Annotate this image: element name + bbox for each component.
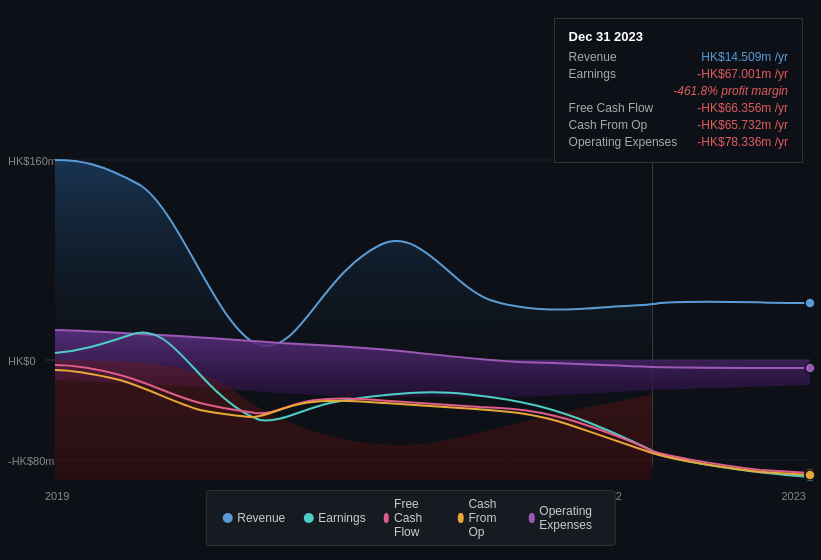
legend-item-revenue[interactable]: Revenue	[222, 511, 285, 525]
tooltip-value-fcf: -HK$66.356m /yr	[697, 101, 788, 115]
tooltip-value-margin: -461.8% profit margin	[673, 84, 788, 98]
tooltip-label-earnings: Earnings	[569, 67, 616, 81]
tooltip-row-margin: -461.8% profit margin	[569, 84, 788, 98]
tooltip-value-cashop: -HK$65.732m /yr	[697, 118, 788, 132]
tooltip-row-earnings: Earnings -HK$67.001m /yr	[569, 67, 788, 81]
tooltip-value-earnings: -HK$67.001m /yr	[697, 67, 788, 81]
tooltip-row-cashop: Cash From Op -HK$65.732m /yr	[569, 118, 788, 132]
chart-svg	[0, 155, 821, 485]
legend-label-cashop: Cash From Op	[468, 497, 511, 539]
legend-dot-earnings	[303, 513, 313, 523]
legend-dot-opex	[529, 513, 534, 523]
tooltip-label-opex: Operating Expenses	[569, 135, 678, 149]
legend-item-fcf[interactable]: Free Cash Flow	[384, 497, 440, 539]
legend-dot-fcf	[384, 513, 389, 523]
legend-label-earnings: Earnings	[318, 511, 365, 525]
x-label-2019: 2019	[45, 490, 69, 502]
chart-legend: Revenue Earnings Free Cash Flow Cash Fro…	[205, 490, 616, 546]
legend-item-earnings[interactable]: Earnings	[303, 511, 365, 525]
legend-dot-revenue	[222, 513, 232, 523]
tooltip-label-revenue: Revenue	[569, 50, 617, 64]
tooltip-row-opex: Operating Expenses -HK$78.336m /yr	[569, 135, 788, 149]
tooltip-label-cashop: Cash From Op	[569, 118, 648, 132]
tooltip-row-revenue: Revenue HK$14.509m /yr	[569, 50, 788, 64]
tooltip-value-revenue: HK$14.509m /yr	[701, 50, 788, 64]
tooltip-label-fcf: Free Cash Flow	[569, 101, 654, 115]
legend-item-opex[interactable]: Operating Expenses	[529, 504, 599, 532]
x-label-2023: 2023	[782, 490, 806, 502]
tooltip-value-opex: -HK$78.336m /yr	[697, 135, 788, 149]
svg-point-4	[805, 363, 815, 373]
tooltip-row-fcf: Free Cash Flow -HK$66.356m /yr	[569, 101, 788, 115]
tooltip-panel: Dec 31 2023 Revenue HK$14.509m /yr Earni…	[554, 18, 803, 163]
svg-point-7	[805, 470, 815, 480]
legend-label-opex: Operating Expenses	[539, 504, 598, 532]
legend-dot-cashop	[458, 513, 463, 523]
svg-point-3	[805, 298, 815, 308]
tooltip-title: Dec 31 2023	[569, 29, 788, 44]
legend-item-cashop[interactable]: Cash From Op	[458, 497, 511, 539]
legend-label-fcf: Free Cash Flow	[394, 497, 440, 539]
legend-label-revenue: Revenue	[237, 511, 285, 525]
